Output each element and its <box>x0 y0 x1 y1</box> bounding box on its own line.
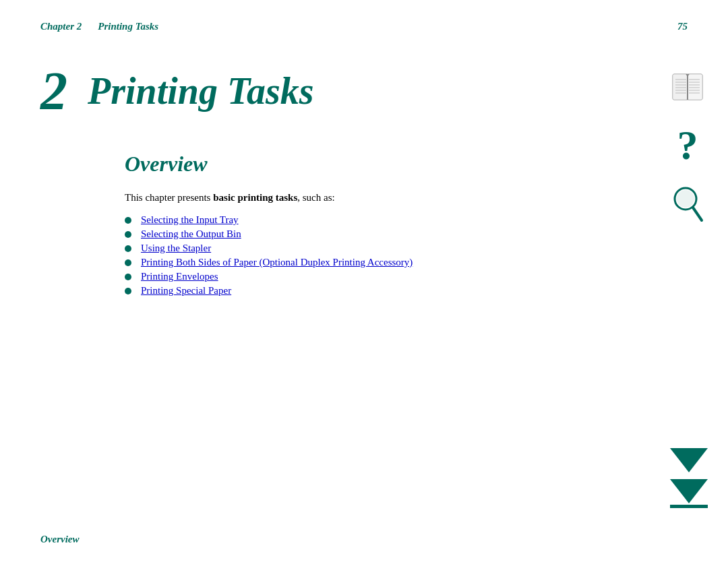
sidebar-icons: ? <box>667 67 708 229</box>
list-item: Printing Envelopes <box>125 271 413 282</box>
footer-overview: Overview <box>40 534 79 545</box>
bullet-icon <box>125 288 131 294</box>
intro-text: This chapter presents <box>125 192 213 203</box>
header-page-number: 75 <box>677 21 688 32</box>
link-selecting-output-bin[interactable]: Selecting the Output Bin <box>141 228 241 240</box>
link-selecting-input-tray[interactable]: Selecting the Input Tray <box>141 214 239 226</box>
chapter-title: Printing Tasks <box>88 71 314 113</box>
page-header: Chapter 2 Printing Tasks 75 <box>40 20 688 32</box>
bullet-icon <box>125 245 131 252</box>
link-printing-both-sides[interactable]: Printing Both Sides of Paper (Optional D… <box>141 257 413 268</box>
intro-after: , such as: <box>297 192 334 203</box>
link-printing-envelopes[interactable]: Printing Envelopes <box>141 271 218 282</box>
link-using-stapler[interactable]: Using the Stapler <box>141 243 211 254</box>
intro-paragraph: This chapter presents basic printing tas… <box>125 192 335 204</box>
list-item: Selecting the Input Tray <box>125 214 413 226</box>
magnifier-icon[interactable] <box>667 182 708 229</box>
navigation-arrows <box>670 448 708 508</box>
arrow-end-triangle <box>670 479 708 503</box>
bullet-icon <box>125 231 131 238</box>
page-container: Chapter 2 Printing Tasks 75 2 Printing T… <box>0 0 728 562</box>
book-icon[interactable] <box>667 67 708 108</box>
bullet-icon <box>125 274 131 280</box>
arrow-end-icon[interactable] <box>670 479 708 508</box>
svg-rect-1 <box>673 74 688 100</box>
svg-line-19 <box>693 208 702 220</box>
overview-heading: Overview <box>125 152 208 177</box>
header-chapter-info: Chapter 2 Printing Tasks <box>40 20 158 32</box>
list-item: Printing Special Paper <box>125 285 413 296</box>
svg-point-20 <box>677 190 694 208</box>
svg-text:?: ? <box>677 124 698 166</box>
bullet-icon <box>125 217 131 224</box>
svg-rect-2 <box>688 74 702 100</box>
chapter-number: 2 <box>40 64 67 118</box>
list-item: Printing Both Sides of Paper (Optional D… <box>125 257 413 268</box>
intro-bold: basic printing tasks <box>213 192 297 203</box>
header-chapter-name: Printing Tasks <box>98 21 158 32</box>
list-item: Using the Stapler <box>125 243 413 254</box>
links-list: Selecting the Input Tray Selecting the O… <box>125 214 413 299</box>
bullet-icon <box>125 259 131 266</box>
question-mark-icon[interactable]: ? <box>667 121 708 168</box>
link-printing-special-paper[interactable]: Printing Special Paper <box>141 285 231 296</box>
header-chapter-label: Chapter 2 <box>40 21 82 32</box>
list-item: Selecting the Output Bin <box>125 228 413 240</box>
arrow-end-line <box>670 505 708 508</box>
arrow-down-icon[interactable] <box>670 448 708 472</box>
